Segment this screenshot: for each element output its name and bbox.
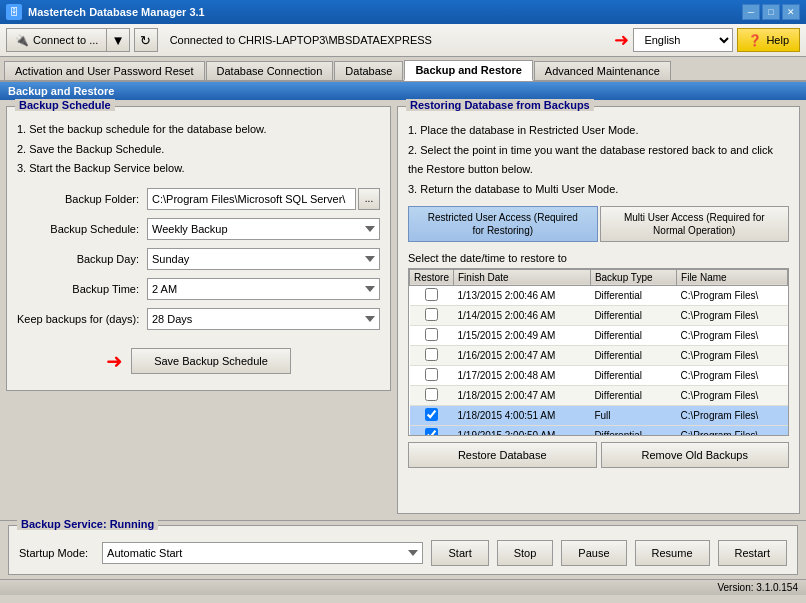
restore-checkbox[interactable] bbox=[425, 408, 438, 421]
tab-activation[interactable]: Activation and User Password Reset bbox=[4, 61, 205, 80]
connection-status: Connected to CHRIS-LAPTOP3\MBSDATAEXPRES… bbox=[162, 34, 611, 46]
file-name-cell: C:\Program Files\ bbox=[677, 405, 788, 425]
table-row: 1/14/2015 2:00:46 AM Differential C:\Pro… bbox=[410, 305, 788, 325]
restore-instruction-3: 3. Return the database to Multi User Mod… bbox=[408, 180, 789, 199]
window-controls: ─ □ ✕ bbox=[742, 4, 800, 20]
file-name-cell: C:\Program Files\ bbox=[677, 345, 788, 365]
remove-old-backups-button[interactable]: Remove Old Backups bbox=[601, 442, 790, 468]
refresh-button[interactable]: ↻ bbox=[134, 28, 158, 52]
backup-type-cell: Differential bbox=[590, 365, 676, 385]
restore-checkbox[interactable] bbox=[425, 308, 438, 321]
minimize-button[interactable]: ─ bbox=[742, 4, 760, 20]
stop-service-button[interactable]: Stop bbox=[497, 540, 554, 566]
language-select[interactable]: English bbox=[633, 28, 733, 52]
restore-checkbox-cell bbox=[410, 365, 454, 385]
restore-checkbox[interactable] bbox=[425, 368, 438, 381]
close-button[interactable]: ✕ bbox=[782, 4, 800, 20]
main-content: Backup Schedule 1. Set the backup schedu… bbox=[0, 100, 806, 520]
keep-backups-row: Keep backups for (days): 28 Days 7 Days … bbox=[17, 308, 380, 330]
tab-db-connection[interactable]: Database Connection bbox=[206, 61, 334, 80]
restore-database-button[interactable]: Restore Database bbox=[408, 442, 597, 468]
restore-table-container: Restore Finish Date Backup Type File Nam… bbox=[408, 268, 789, 436]
table-row: 1/13/2015 2:00:46 AM Differential C:\Pro… bbox=[410, 285, 788, 305]
backup-day-row: Backup Day: Sunday Monday Tuesday Wednes… bbox=[17, 248, 380, 270]
tab-database[interactable]: Database bbox=[334, 61, 403, 80]
connect-button-group: 🔌 Connect to ... ▼ bbox=[6, 28, 130, 52]
backup-time-select[interactable]: 2 AM 12 AM 1 AM 3 AM bbox=[147, 278, 380, 300]
start-service-button[interactable]: Start bbox=[431, 540, 488, 566]
multi-user-access-tab[interactable]: Multi User Access (Required forNormal Op… bbox=[600, 206, 790, 242]
status-bar: Version: 3.1.0.154 bbox=[0, 579, 806, 595]
help-button-label: Help bbox=[766, 34, 789, 46]
table-row: 1/18/2015 4:00:51 AM Full C:\Program Fil… bbox=[410, 405, 788, 425]
finish-date-cell: 1/18/2015 2:00:47 AM bbox=[454, 385, 591, 405]
restricted-access-tab[interactable]: Restricted User Access (Requiredfor Rest… bbox=[408, 206, 598, 242]
backup-folder-input[interactable] bbox=[147, 188, 356, 210]
table-row: 1/19/2015 2:00:50 AM Differential C:\Pro… bbox=[410, 425, 788, 436]
backup-folder-row: Backup Folder: ... bbox=[17, 188, 380, 210]
tab-advanced[interactable]: Advanced Maintenance bbox=[534, 61, 671, 80]
help-icon: ❓ bbox=[748, 34, 762, 47]
backup-type-cell: Differential bbox=[590, 305, 676, 325]
restore-checkbox[interactable] bbox=[425, 348, 438, 361]
service-controls: Startup Mode: Automatic Start Manual Sta… bbox=[19, 540, 787, 566]
startup-mode-select[interactable]: Automatic Start Manual Start Disabled bbox=[102, 542, 423, 564]
maximize-button[interactable]: □ bbox=[762, 4, 780, 20]
restore-checkbox-cell bbox=[410, 305, 454, 325]
restore-checkbox-cell bbox=[410, 385, 454, 405]
backup-type-cell: Differential bbox=[590, 285, 676, 305]
pause-service-button[interactable]: Pause bbox=[561, 540, 626, 566]
restore-checkbox[interactable] bbox=[425, 428, 438, 436]
backup-instructions: 1. Set the backup schedule for the datab… bbox=[17, 121, 380, 178]
backup-folder-label: Backup Folder: bbox=[17, 193, 147, 205]
save-btn-wrapper: ➜ Save Backup Schedule bbox=[17, 338, 380, 380]
finish-date-cell: 1/13/2015 2:00:46 AM bbox=[454, 285, 591, 305]
restore-checkbox-cell bbox=[410, 325, 454, 345]
file-name-cell: C:\Program Files\ bbox=[677, 305, 788, 325]
startup-mode-label: Startup Mode: bbox=[19, 547, 94, 559]
instruction-1: 1. Set the backup schedule for the datab… bbox=[17, 121, 380, 139]
backup-schedule-select[interactable]: Weekly Backup Daily Backup Monthly Backu… bbox=[147, 218, 380, 240]
browse-button[interactable]: ... bbox=[358, 188, 380, 210]
connect-main-button[interactable]: 🔌 Connect to ... bbox=[6, 28, 106, 52]
col-file-name: File Name bbox=[677, 269, 788, 285]
connect-dropdown-button[interactable]: ▼ bbox=[106, 28, 129, 52]
backup-day-select[interactable]: Sunday Monday Tuesday Wednesday Thursday… bbox=[147, 248, 380, 270]
finish-date-cell: 1/15/2015 2:00:49 AM bbox=[454, 325, 591, 345]
left-panel: Backup Schedule 1. Set the backup schedu… bbox=[6, 106, 391, 514]
backup-type-cell: Differential bbox=[590, 325, 676, 345]
tab-backup-restore[interactable]: Backup and Restore bbox=[404, 60, 532, 81]
backup-type-cell: Full bbox=[590, 405, 676, 425]
restore-action-buttons: Restore Database Remove Old Backups bbox=[398, 436, 799, 474]
backup-schedule-row: Backup Schedule: Weekly Backup Daily Bac… bbox=[17, 218, 380, 240]
keep-backups-label: Keep backups for (days): bbox=[17, 313, 147, 325]
table-row: 1/15/2015 2:00:49 AM Differential C:\Pro… bbox=[410, 325, 788, 345]
backup-type-cell: Differential bbox=[590, 425, 676, 436]
help-button[interactable]: ❓ Help bbox=[737, 28, 800, 52]
page-title: Backup and Restore bbox=[0, 82, 806, 100]
backup-service-group: Backup Service: Running Startup Mode: Au… bbox=[8, 525, 798, 575]
save-backup-schedule-button[interactable]: Save Backup Schedule bbox=[131, 348, 291, 374]
file-name-cell: C:\Program Files\ bbox=[677, 285, 788, 305]
restore-table: Restore Finish Date Backup Type File Nam… bbox=[409, 269, 788, 436]
table-row: 1/18/2015 2:00:47 AM Differential C:\Pro… bbox=[410, 385, 788, 405]
keep-backups-select[interactable]: 28 Days 7 Days 14 Days 60 Days bbox=[147, 308, 380, 330]
version-label: Version: 3.1.0.154 bbox=[717, 582, 798, 593]
restore-checkbox[interactable] bbox=[425, 328, 438, 341]
backup-type-cell: Differential bbox=[590, 385, 676, 405]
app-title: Mastertech Database Manager 3.1 bbox=[28, 6, 205, 18]
finish-date-cell: 1/14/2015 2:00:46 AM bbox=[454, 305, 591, 325]
restore-group-box: Restoring Database from Backups 1. Place… bbox=[397, 106, 800, 514]
connect-button-label: Connect to ... bbox=[33, 34, 98, 46]
backup-service-title: Backup Service: Running bbox=[17, 518, 158, 530]
restore-checkbox[interactable] bbox=[425, 388, 438, 401]
instruction-3: 3. Start the Backup Service below. bbox=[17, 160, 380, 178]
restore-checkbox[interactable] bbox=[425, 288, 438, 301]
resume-service-button[interactable]: Resume bbox=[635, 540, 710, 566]
refresh-icon: ↻ bbox=[140, 33, 151, 48]
file-name-cell: C:\Program Files\ bbox=[677, 365, 788, 385]
finish-date-cell: 1/19/2015 2:00:50 AM bbox=[454, 425, 591, 436]
bottom-bar: Backup Service: Running Startup Mode: Au… bbox=[0, 520, 806, 579]
restart-service-button[interactable]: Restart bbox=[718, 540, 787, 566]
restore-instructions: 1. Place the database in Restricted User… bbox=[398, 107, 799, 206]
